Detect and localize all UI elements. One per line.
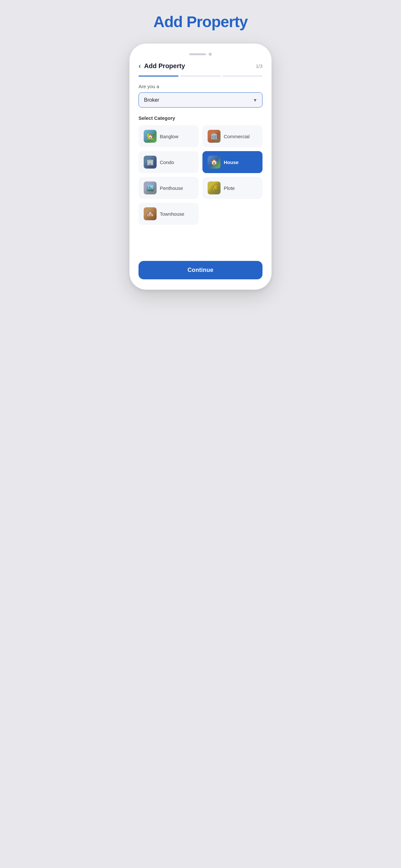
app-header: ‹ Add Property 1/3 (138, 62, 263, 72)
progress-bar (138, 75, 263, 76)
category-plote[interactable]: Plote (203, 177, 263, 199)
progress-segment-3 (222, 75, 263, 76)
phone-notch-area (129, 53, 272, 62)
penthouse-icon (144, 182, 157, 194)
category-label: Select Category (138, 115, 263, 121)
header-left: ‹ Add Property (138, 62, 185, 70)
step-indicator: 1/3 (256, 63, 263, 69)
category-condo[interactable]: Condo (138, 151, 198, 173)
back-button[interactable]: ‹ (138, 63, 141, 70)
progress-segment-2 (181, 75, 220, 76)
role-label: Are you a (138, 84, 263, 89)
page-wrapper: Add Property ‹ Add Property 1/3 Are you … (123, 13, 278, 290)
house-icon (208, 156, 220, 168)
page-title: Add Property (153, 13, 248, 31)
notch-pill (189, 53, 206, 55)
house-label: House (224, 159, 239, 165)
progress-segment-1 (138, 75, 179, 76)
category-grid: Banglow Commercial Condo House Penthouse (138, 125, 263, 225)
commercial-icon (208, 130, 220, 143)
commercial-label: Commercial (224, 134, 250, 139)
phone-content: ‹ Add Property 1/3 Are you a Broker Owne… (129, 62, 272, 258)
category-banglow[interactable]: Banglow (138, 125, 198, 147)
townhouse-label: Townhouse (160, 211, 184, 217)
continue-button-wrap: Continue (129, 261, 272, 290)
header-title: Add Property (144, 62, 185, 70)
category-penthouse[interactable]: Penthouse (138, 177, 198, 199)
condo-label: Condo (160, 159, 174, 165)
plote-label: Plote (224, 185, 235, 191)
plote-icon (208, 182, 220, 194)
penthouse-label: Penthouse (160, 185, 183, 191)
banglow-icon (144, 130, 157, 143)
category-townhouse[interactable]: Townhouse (138, 203, 198, 225)
role-dropdown-wrapper[interactable]: Broker Owner Agent ▼ (138, 92, 263, 107)
category-commercial[interactable]: Commercial (203, 125, 263, 147)
continue-button[interactable]: Continue (138, 261, 263, 279)
notch-dot (209, 53, 212, 56)
role-dropdown[interactable]: Broker Owner Agent (138, 92, 263, 107)
banglow-label: Banglow (160, 134, 179, 139)
spacer (138, 232, 263, 258)
category-house[interactable]: House (203, 151, 263, 173)
townhouse-icon (144, 207, 157, 220)
condo-icon (144, 156, 157, 168)
phone-frame: ‹ Add Property 1/3 Are you a Broker Owne… (129, 43, 272, 290)
